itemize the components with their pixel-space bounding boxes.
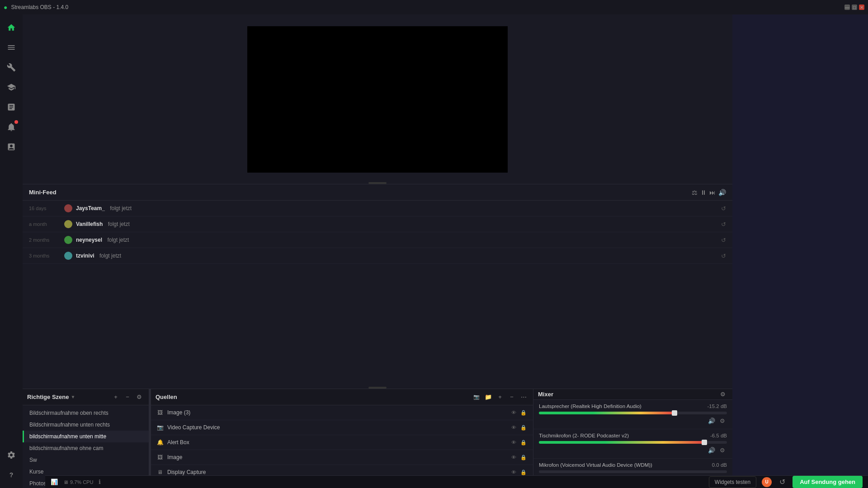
source-item[interactable]: 🖼 Image 👁 🔒: [151, 450, 533, 465]
sidebar-icon-feed[interactable]: [3, 39, 20, 56]
sidebar-icon-help[interactable]: ?: [3, 466, 20, 483]
scenes-panel: Richtige Szene ▼ + − ⚙ Bildschirmaufnahm…: [23, 389, 149, 488]
source-name: Video Capture Device: [167, 424, 506, 431]
feed-avatar: [64, 252, 72, 260]
refresh-button[interactable]: ↺: [777, 477, 787, 487]
mixer-bar-fill: [539, 441, 704, 444]
scene-item[interactable]: Sw: [23, 454, 149, 466]
sources-folder-button[interactable]: 📁: [483, 392, 493, 402]
source-visibility-btn[interactable]: 👁: [509, 438, 518, 446]
source-item[interactable]: 🖼 Image (3) 👁 🔒: [151, 405, 533, 420]
source-name: Alert Box: [167, 439, 506, 446]
mixer-settings-btn[interactable]: ⚙: [718, 416, 727, 425]
sources-list: 🖼 Image (3) 👁 🔒 📷 Video Capture Device 👁…: [151, 405, 533, 480]
source-visibility-btn[interactable]: 👁: [509, 453, 518, 461]
source-lock-btn[interactable]: 🔒: [519, 408, 528, 417]
preview-canvas: [247, 26, 508, 173]
mixer-db-value: -6.5 dB: [710, 433, 727, 438]
scene-item[interactable]: Bildschirmaufnahme oben rechts: [23, 407, 149, 419]
feed-action: folgt jetzt: [98, 253, 121, 259]
sources-remove-button[interactable]: −: [507, 392, 517, 402]
mixer-volume-bar[interactable]: [539, 441, 727, 444]
scene-item[interactable]: bildschirmaufnahme unten mitte: [23, 431, 149, 442]
app-title: Streamlabs OBS - 1.4.0: [11, 4, 68, 10]
sources-panel-title: Quellen: [156, 394, 177, 400]
mixer-db-value: 0.0 dB: [712, 462, 727, 468]
sidebar: ?: [0, 14, 23, 488]
sources-settings-button[interactable]: ⋯: [519, 392, 528, 402]
sidebar-icon-tools[interactable]: [3, 59, 20, 76]
source-visibility-btn[interactable]: 👁: [509, 408, 518, 417]
minimize-button[interactable]: —: [844, 5, 850, 10]
scenes-settings-button[interactable]: ⚙: [134, 392, 144, 402]
sidebar-icon-home[interactable]: [3, 19, 20, 36]
notification-badge: [14, 120, 18, 124]
source-name: Image (3): [167, 409, 506, 416]
test-widgets-button[interactable]: Widgets testen: [709, 476, 756, 488]
scenes-panel-header: Richtige Szene ▼ + − ⚙: [23, 389, 149, 405]
mixer-handle[interactable]: [702, 440, 707, 445]
source-visibility-btn[interactable]: 👁: [509, 423, 518, 432]
source-actions: 👁 🔒: [509, 423, 528, 432]
feed-user: tzvinivi: [76, 253, 94, 259]
mixer-handle[interactable]: [672, 410, 677, 416]
window-controls: — □ ✕: [844, 5, 864, 10]
feed-next-icon[interactable]: ⏭: [709, 189, 716, 196]
mini-feed-actions: ⚖ ⏸ ⏭ 🔊: [692, 189, 726, 196]
cpu-badge: 🖥 9.7% CPU: [63, 479, 93, 485]
source-lock-btn[interactable]: 🔒: [519, 423, 528, 432]
source-lock-btn[interactable]: 🔒: [519, 453, 528, 461]
mixer-item-header: Lautsprecher (Realtek High Definition Au…: [539, 404, 727, 409]
mixer-settings-btn[interactable]: ⚙: [718, 446, 727, 455]
sources-panel-header: Quellen 📷 📁 + − ⋯: [151, 389, 533, 405]
sidebar-icon-settings[interactable]: [3, 446, 20, 464]
feed-refresh-icon[interactable]: ↺: [721, 253, 726, 259]
mixer-item-header: Tischmikrofon (2- RODE Podcaster v2) -6.…: [539, 433, 727, 438]
source-lock-btn[interactable]: 🔒: [519, 438, 528, 446]
feed-volume-icon[interactable]: 🔊: [718, 189, 726, 196]
scene-item[interactable]: Bildschirmaufnahme unten rechts: [23, 419, 149, 431]
bottom-panels: Richtige Szene ▼ + − ⚙ Bildschirmaufnahm…: [23, 389, 732, 488]
sidebar-icon-house[interactable]: [3, 79, 20, 96]
cpu-chart-icon: 📊: [51, 479, 58, 485]
mixer-controls: 🔊 ⚙: [539, 446, 727, 455]
sidebar-icon-stats[interactable]: [3, 99, 20, 116]
sidebar-icon-catalog[interactable]: [3, 138, 20, 155]
close-button[interactable]: ✕: [859, 5, 864, 10]
cpu-icon: 🖥: [63, 479, 68, 485]
help-icon-status[interactable]: ℹ: [99, 479, 101, 485]
mixer-mute-btn[interactable]: 🔊: [707, 416, 716, 425]
feed-refresh-icon[interactable]: ↺: [721, 221, 726, 228]
source-item[interactable]: 🔔 Alert Box 👁 🔒: [151, 435, 533, 450]
mixer-panel-title: Mixer: [538, 391, 553, 398]
sidebar-icon-notification[interactable]: [3, 118, 20, 136]
source-type-icon: 🖼: [156, 409, 164, 416]
feed-item: 3 months tzvinivi folgt jetzt ↺: [23, 248, 732, 264]
scenes-remove-button[interactable]: −: [123, 392, 132, 402]
source-item[interactable]: 📷 Video Capture Device 👁 🔒: [151, 420, 533, 435]
feed-refresh-icon[interactable]: ↺: [721, 237, 726, 244]
sources-capture-button[interactable]: 📷: [472, 392, 481, 402]
feed-filter-icon[interactable]: ⚖: [692, 189, 698, 196]
sources-panel-actions: 📷 📁 + − ⋯: [472, 392, 528, 402]
mixer-volume-bar[interactable]: [539, 470, 727, 473]
feed-avatar: [64, 220, 72, 228]
scenes-add-button[interactable]: +: [111, 392, 121, 402]
go-live-button[interactable]: Auf Sendung gehen: [793, 476, 863, 488]
feed-refresh-icon[interactable]: ↺: [721, 205, 726, 212]
mixer-volume-bar[interactable]: [539, 412, 727, 414]
scenes-dropdown-icon[interactable]: ▼: [71, 394, 75, 399]
mini-feed: Mini-Feed ⚖ ⏸ ⏭ 🔊 16 days JaysTeam_ folg…: [23, 184, 732, 389]
mixer-item: Lautsprecher (Realtek High Definition Au…: [533, 400, 732, 429]
mixer-mute-btn[interactable]: 🔊: [707, 446, 716, 455]
user-avatar: U: [762, 477, 772, 487]
mixer-item-header: Mikrofon (Voicemod Virtual Audio Device …: [539, 462, 727, 468]
maximize-button[interactable]: □: [852, 5, 857, 10]
mixer-device-name: Lautsprecher (Realtek High Definition Au…: [539, 404, 704, 409]
scene-item[interactable]: bildschirmaufnahme ohne cam: [23, 442, 149, 454]
feed-pause-icon[interactable]: ⏸: [700, 189, 707, 196]
feed-action: folgt jetzt: [106, 221, 129, 227]
mixer-settings-button[interactable]: ⚙: [718, 389, 728, 399]
sources-add-button[interactable]: +: [495, 392, 505, 402]
preview-area: [23, 14, 732, 184]
